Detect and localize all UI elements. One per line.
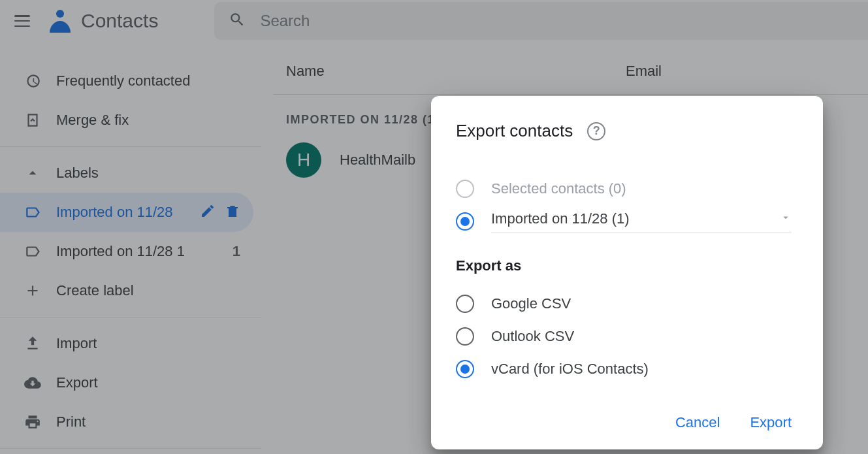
chevron-down-icon <box>780 210 792 227</box>
radio-icon[interactable] <box>456 360 474 378</box>
help-icon[interactable]: ? <box>587 122 605 140</box>
export-dialog: Export contacts ? Selected contacts (0) … <box>431 96 823 449</box>
radio-icon[interactable] <box>456 327 474 346</box>
radio-outlook-csv[interactable]: Outlook CSV <box>456 320 798 353</box>
radio-google-csv[interactable]: Google CSV <box>456 287 798 320</box>
dropdown-value: Imported on 11/28 (1) <box>491 210 630 227</box>
radio-icon[interactable] <box>456 295 474 313</box>
export-button[interactable]: Export <box>750 414 792 431</box>
export-as-label: Export as <box>456 257 798 274</box>
radio-label: vCard (for iOS Contacts) <box>491 361 649 378</box>
label-dropdown[interactable]: Imported on 11/28 (1) <box>491 210 792 233</box>
radio-vcard[interactable]: vCard (for iOS Contacts) <box>456 353 798 385</box>
radio-label: Google CSV <box>491 295 571 312</box>
cancel-button[interactable]: Cancel <box>675 414 720 431</box>
radio-icon[interactable] <box>456 212 474 231</box>
dialog-title: Export contacts <box>456 121 573 141</box>
radio-icon <box>456 180 474 198</box>
radio-label-select[interactable]: Imported on 11/28 (1) <box>456 205 798 238</box>
radio-selected-contacts: Selected contacts (0) <box>456 172 798 205</box>
radio-label: Outlook CSV <box>491 328 574 345</box>
radio-label: Selected contacts (0) <box>491 180 626 197</box>
